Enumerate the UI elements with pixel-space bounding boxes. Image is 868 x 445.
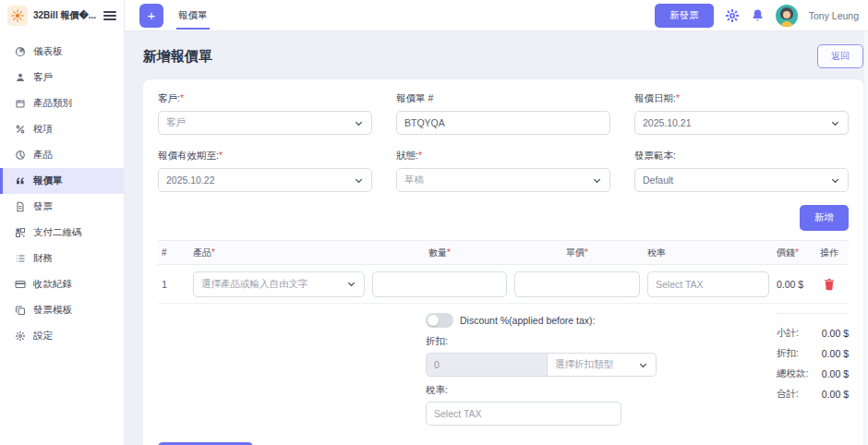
topbar-right: 新發票 Tony Leung — [655, 4, 859, 28]
add-item-row: 新增 — [158, 205, 849, 231]
sidebar-item-settings[interactable]: 設定 — [0, 323, 124, 349]
sidebar-item-product-categories[interactable]: 產品類別 — [0, 90, 124, 116]
sidebar-item-products[interactable]: 產品 — [0, 142, 124, 168]
sidebar-item-taxes[interactable]: 稅項 — [0, 116, 124, 142]
discount-toggle-row: Discount %(applied before tax): — [426, 313, 751, 328]
sidebar-item-label: 發票模板 — [33, 304, 72, 317]
sidebar-item-payment-qr[interactable]: 支付二維碼 — [0, 220, 124, 246]
item-product-select[interactable]: 選擇產品或輸入自由文字 — [193, 271, 365, 297]
valid-until-select[interactable]: 2025.10.22 — [158, 168, 372, 192]
topbar: + 報價單 新發票 Tony Leung — [125, 0, 868, 31]
quote-date-field: 報價日期:* 2025.10.21 — [634, 92, 849, 135]
sidebar-item-dashboard[interactable]: 儀表板 — [0, 39, 124, 65]
valid-until-field: 報價有效期至:* 2025.10.22 — [158, 150, 372, 192]
item-qty-input[interactable] — [372, 271, 507, 297]
document-icon — [14, 201, 26, 213]
discount-label: 折扣: — [426, 335, 751, 348]
sidebar-item-customers[interactable]: 客戶 — [0, 65, 124, 90]
customer-label: 客戶:* — [158, 92, 372, 105]
discount-type-select[interactable]: 選擇折扣類型 — [548, 353, 657, 377]
category-box-icon — [14, 98, 26, 110]
notifications-bell-icon[interactable] — [751, 8, 765, 22]
template-select[interactable]: Default — [634, 168, 849, 192]
page-head: 新增報價單 返回 — [143, 31, 863, 79]
status-field: 狀態:* 草稿 — [396, 150, 610, 192]
discount-value-input[interactable] — [426, 353, 548, 377]
template-field: 發票範本: Default — [634, 150, 849, 192]
sidebar-item-label: 報價單 — [33, 174, 63, 187]
item-row: 1 選擇產品或輸入自由文字 0.00 $ — [158, 265, 849, 304]
sidebar-item-label: 產品 — [33, 149, 53, 162]
sidebar-item-invoices[interactable]: 發票 — [0, 194, 124, 220]
percent-icon — [14, 124, 26, 136]
content: 新增報價單 返回 客戶:* 客戶 報價單 # — [125, 31, 868, 445]
summary-discount-row: 折扣: 0.00 $ — [777, 343, 849, 364]
chevron-down-icon — [354, 175, 364, 186]
chevron-down-icon — [354, 118, 364, 128]
sidebar-item-quotations[interactable]: 報價單 — [0, 168, 124, 194]
sidebar-item-label: 收款紀錄 — [33, 278, 72, 291]
new-invoice-button[interactable]: 新發票 — [655, 4, 714, 28]
customer-select[interactable]: 客戶 — [158, 111, 372, 135]
settings-gear-icon[interactable] — [725, 8, 740, 23]
tax-rate-input[interactable] — [426, 402, 621, 426]
sidebar: 32Bill 報價�... 儀表板 客戶 產品類別 稅項 產品 — [0, 0, 125, 445]
discount-block: Discount %(applied before tax): 折扣: 選擇折扣… — [426, 313, 751, 426]
copy-icon — [14, 305, 26, 317]
quote-date-label: 報價日期:* — [634, 92, 849, 105]
customer-field: 客戶:* 客戶 — [158, 92, 372, 135]
col-index: # — [162, 247, 186, 258]
sidebar-item-label: 支付二維碼 — [33, 226, 82, 239]
sidebar-item-label: 客戶 — [33, 71, 53, 84]
sidebar-item-label: 產品類別 — [33, 97, 72, 110]
chevron-down-icon — [592, 175, 602, 186]
items-table-header: # 產品* 數量* 單價* 稅率 價錢* 操作 — [158, 241, 849, 265]
new-tab-button[interactable]: + — [139, 4, 163, 28]
quote-number-input[interactable] — [396, 111, 610, 135]
tax-rate-label: 稅率: — [426, 384, 751, 397]
sidebar-item-label: 發票 — [33, 200, 53, 213]
valid-until-label: 報價有效期至:* — [158, 150, 372, 162]
col-product: 產品* — [193, 247, 365, 259]
col-actions: 操作 — [814, 247, 845, 259]
sidebar-item-payment-records[interactable]: 收款紀錄 — [0, 271, 124, 297]
discount-toggle[interactable] — [426, 313, 453, 328]
chevron-down-icon — [830, 175, 840, 186]
item-tax-input[interactable] — [647, 271, 769, 297]
tab-quotation[interactable]: 報價單 — [176, 2, 210, 30]
add-item-button[interactable]: 新增 — [800, 205, 849, 231]
summary-subtotal-row: 小計: 0.00 $ — [777, 323, 849, 343]
sidebar-toggle-icon[interactable] — [103, 9, 116, 22]
chevron-down-icon — [346, 279, 356, 289]
scrollbar[interactable] — [864, 31, 868, 445]
sidebar-item-finance[interactable]: 財務 — [0, 246, 124, 271]
template-label: 發票範本: — [634, 150, 849, 162]
app-logo-icon — [7, 6, 28, 26]
form-grid: 客戶:* 客戶 報價單 # 報價日期:* 2025.10.21 — [158, 92, 849, 192]
summary-tax-row: 總稅款: 0.00 $ — [777, 364, 849, 384]
trash-icon — [823, 278, 836, 291]
col-qty: 數量* — [372, 247, 507, 259]
quotation-form-card: 客戶:* 客戶 報價單 # 報價日期:* 2025.10.21 — [143, 79, 863, 445]
discount-toggle-label: Discount %(applied before tax): — [460, 315, 596, 326]
item-unit-price-input[interactable] — [514, 271, 640, 297]
products-icon — [14, 150, 26, 162]
items-table: # 產品* 數量* 單價* 稅率 價錢* 操作 1 選擇產品或輸入自由文字 — [158, 240, 849, 304]
quote-date-select[interactable]: 2025.10.21 — [634, 111, 849, 135]
sidebar-item-label: 財務 — [33, 252, 53, 265]
back-button[interactable]: 返回 — [817, 44, 863, 68]
status-label: 狀態:* — [396, 150, 610, 162]
app-title: 32Bill 報價�... — [33, 9, 98, 22]
user-avatar[interactable] — [776, 5, 798, 27]
quote-number-label: 報價單 # — [396, 92, 610, 105]
list-icon — [14, 253, 26, 265]
user-name: Tony Leung — [809, 10, 859, 21]
sidebar-item-invoice-templates[interactable]: 發票模板 — [0, 297, 124, 323]
chevron-down-icon — [830, 118, 840, 128]
sidebar-item-label: 稅項 — [33, 123, 53, 136]
quote-number-field: 報價單 # — [396, 92, 610, 135]
delete-item-button[interactable] — [814, 278, 845, 291]
chevron-down-icon — [638, 360, 648, 370]
status-select[interactable]: 草稿 — [396, 168, 610, 192]
main-area: + 報價單 新發票 Tony Leung 新增報價單 返回 — [125, 0, 868, 445]
